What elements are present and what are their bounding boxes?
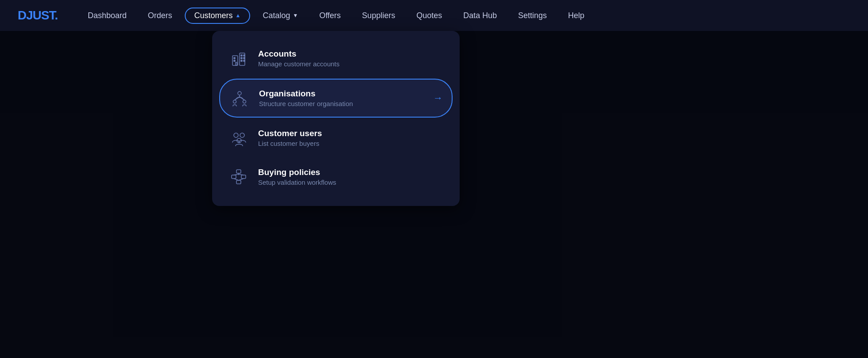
svg-rect-8	[244, 57, 245, 59]
svg-line-26	[239, 174, 244, 175]
buying-policies-icon	[228, 166, 249, 187]
svg-rect-20	[236, 170, 241, 173]
buying-policies-text: Buying policies Setup validation workflo…	[258, 168, 444, 186]
nav-item-customers[interactable]: Customers ▲	[185, 8, 251, 24]
nav-item-orders[interactable]: Orders	[139, 8, 181, 24]
svg-rect-21	[232, 175, 236, 179]
svg-line-16	[240, 97, 244, 100]
nav-item-help[interactable]: Help	[559, 8, 593, 24]
accounts-title: Accounts	[258, 49, 444, 59]
svg-rect-9	[244, 60, 245, 61]
dropdown-item-organisations[interactable]: Organisations Structure customer organis…	[219, 79, 453, 118]
customer-users-text: Customer users List customer buyers	[258, 129, 444, 147]
catalog-chevron-icon: ▼	[293, 12, 298, 19]
svg-rect-7	[244, 55, 245, 56]
accounts-icon	[228, 48, 249, 69]
logo-text: DJUST	[18, 8, 55, 22]
customers-chevron-icon: ▲	[236, 12, 241, 19]
nav-item-settings[interactable]: Settings	[509, 8, 556, 24]
buying-policies-subtitle: Setup validation workflows	[258, 179, 444, 186]
nav-item-dashboard[interactable]: Dashboard	[79, 8, 135, 24]
customers-dropdown: Accounts Manage customer accounts Organi…	[212, 31, 460, 206]
accounts-subtitle: Manage customer accounts	[258, 60, 444, 68]
customer-users-icon	[228, 127, 249, 149]
svg-line-25	[234, 174, 239, 175]
svg-point-17	[234, 133, 238, 137]
nav-item-data-hub[interactable]: Data Hub	[454, 8, 506, 24]
dropdown-item-accounts[interactable]: Accounts Manage customer accounts	[219, 40, 453, 77]
svg-rect-10	[236, 62, 237, 65]
svg-point-13	[243, 100, 246, 103]
organisations-title: Organisations	[259, 89, 424, 99]
nav-item-offers[interactable]: Offers	[310, 8, 350, 24]
nav-label-customers: Customers	[194, 11, 233, 20]
buying-policies-title: Buying policies	[258, 168, 444, 177]
nav-item-catalog[interactable]: Catalog ▼	[254, 8, 307, 24]
svg-point-18	[240, 133, 244, 137]
svg-rect-2	[234, 57, 235, 59]
dropdown-item-customer-users[interactable]: Customer users List customer buyers	[219, 119, 453, 156]
organisations-icon	[229, 88, 250, 109]
svg-line-28	[239, 179, 244, 180]
svg-rect-5	[241, 57, 242, 59]
nav-item-suppliers[interactable]: Suppliers	[353, 8, 404, 24]
nav-items: Dashboard Orders Customers ▲ Catalog ▼ O…	[79, 8, 593, 24]
customer-users-subtitle: List customer buyers	[258, 140, 444, 147]
organisations-text: Organisations Structure customer organis…	[259, 89, 424, 107]
svg-point-12	[233, 100, 236, 103]
nav-label-catalog: Catalog	[263, 11, 290, 20]
svg-rect-4	[241, 55, 242, 56]
organisations-subtitle: Structure customer organisation	[259, 100, 424, 107]
customer-users-title: Customer users	[258, 129, 444, 138]
svg-rect-23	[236, 180, 241, 184]
logo[interactable]: DJUST.	[18, 8, 57, 23]
accounts-text: Accounts Manage customer accounts	[258, 49, 444, 68]
nav-item-quotes[interactable]: Quotes	[407, 8, 451, 24]
svg-point-11	[238, 91, 241, 95]
navbar: DJUST. Dashboard Orders Customers ▲ Cata…	[0, 0, 868, 31]
svg-line-15	[235, 97, 240, 100]
logo-dot: .	[55, 8, 58, 22]
svg-line-27	[234, 179, 239, 180]
svg-rect-6	[241, 60, 242, 61]
dropdown-item-buying-policies[interactable]: Buying policies Setup validation workflo…	[219, 158, 453, 195]
svg-rect-22	[241, 175, 246, 179]
organisations-arrow-icon: →	[433, 92, 443, 104]
svg-rect-3	[234, 60, 235, 61]
